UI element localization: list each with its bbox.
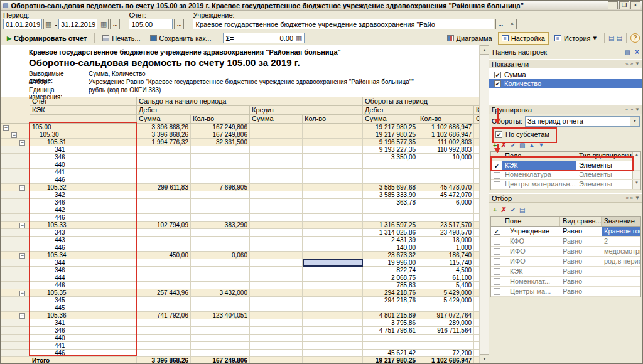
tree-gutter-cell[interactable]: − <box>1 312 30 319</box>
filter-comparison[interactable]: Равно <box>560 257 602 266</box>
data-cell[interactable]: 741 792,06 <box>137 312 191 319</box>
account-cell[interactable]: 446 <box>30 176 137 184</box>
data-cell[interactable]: 72,200 <box>418 350 474 357</box>
data-cell[interactable]: 1,000 <box>418 244 474 252</box>
data-cell[interactable]: 257 443,96 <box>137 289 191 297</box>
data-cell[interactable] <box>250 124 303 131</box>
grouping-col-field[interactable]: Поле <box>502 152 576 161</box>
data-cell[interactable] <box>418 169 474 176</box>
data-cell[interactable] <box>191 297 250 304</box>
data-cell[interactable] <box>137 237 191 244</box>
col-header-turnover[interactable]: Обороты за период <box>363 97 480 106</box>
data-cell[interactable]: 1 102 686,947 <box>418 357 474 364</box>
data-cell[interactable]: 123 404,051 <box>191 312 250 319</box>
account-cell[interactable]: Итого <box>30 357 137 364</box>
account-cell[interactable]: 446 <box>30 350 137 357</box>
account-cell[interactable]: 445 <box>30 304 137 312</box>
data-cell[interactable] <box>137 214 191 222</box>
data-cell[interactable] <box>250 191 303 199</box>
data-cell[interactable]: 299 611,83 <box>137 184 191 191</box>
institution-input[interactable]: Краевое государственное бюджетное учрежд… <box>193 19 494 29</box>
data-cell[interactable] <box>137 335 191 342</box>
checkbox[interactable] <box>494 181 500 188</box>
account-cell[interactable]: 440 <box>30 335 137 342</box>
grouping-row[interactable]: Центры материальн...Элементы▼ <box>491 180 640 190</box>
account-cell[interactable]: 345 <box>30 297 137 304</box>
data-cell[interactable] <box>137 191 191 199</box>
data-cell[interactable]: 111 002,803 <box>418 139 474 146</box>
account-cell[interactable]: 441 <box>30 342 137 350</box>
data-cell[interactable]: 3 396 868,26 <box>137 357 191 364</box>
data-cell[interactable]: 294 218,76 <box>363 289 418 297</box>
col-header-sum[interactable]: Сумма <box>363 115 418 124</box>
col-header-account[interactable]: Счет <box>30 97 137 106</box>
account-input[interactable]: 105.00 <box>129 19 173 29</box>
data-cell[interactable] <box>363 342 418 350</box>
data-cell[interactable]: 19 217 980,25 <box>363 124 418 131</box>
close-button[interactable]: × <box>630 1 640 9</box>
checkbox[interactable]: ✔ <box>494 163 500 169</box>
indicator-item[interactable]: ✔Количество <box>489 79 642 88</box>
data-cell[interactable]: 45 472,070 <box>418 191 474 199</box>
data-cell[interactable] <box>137 229 191 237</box>
data-cell[interactable] <box>137 297 191 304</box>
copy-icon[interactable]: ▤ <box>519 142 525 149</box>
restore-button[interactable]: ❒ <box>619 1 629 9</box>
turnovers-dropdown[interactable]: За период отчета ▼ <box>525 116 640 127</box>
minimize-button[interactable]: _ <box>608 1 618 9</box>
filter-comparison[interactable]: Равно <box>560 227 602 236</box>
data-cell[interactable] <box>303 357 363 364</box>
data-cell[interactable] <box>250 184 303 191</box>
collapse-down-icon[interactable]: ▼ <box>635 61 640 67</box>
account-cell[interactable]: 346 <box>30 327 137 335</box>
data-cell[interactable] <box>191 244 250 252</box>
data-cell[interactable]: 32 331,500 <box>191 139 250 146</box>
report-settings-icon[interactable]: ▤ <box>608 35 614 41</box>
data-cell[interactable]: 45 478,070 <box>418 184 474 191</box>
data-cell[interactable] <box>137 342 191 350</box>
account-cell[interactable]: 105.35 <box>30 289 137 297</box>
report-save-settings-icon[interactable]: ▤ <box>617 35 622 41</box>
calculator-icon[interactable]: ▦ <box>296 34 302 42</box>
col-header-kek[interactable]: КЭК <box>30 106 137 115</box>
data-cell[interactable] <box>418 176 474 184</box>
data-cell[interactable] <box>250 350 303 357</box>
data-cell[interactable] <box>191 154 250 161</box>
account-cell[interactable]: 105.32 <box>30 184 137 191</box>
filter-row[interactable]: КЭКРавно <box>491 267 640 277</box>
apply-icon[interactable]: ✔ <box>511 206 516 213</box>
move-down-icon[interactable]: ▼ <box>538 142 544 148</box>
data-cell[interactable]: 7 698,905 <box>191 184 250 191</box>
filter-row[interactable]: Номенклат...Равно <box>491 277 640 287</box>
data-cell[interactable] <box>137 244 191 252</box>
collapse-right-icon[interactable]: » <box>630 107 633 112</box>
filter-field[interactable]: Номенклат... <box>502 277 560 286</box>
report-vertical-scrollbar[interactable]: ▲ ▼ <box>479 45 489 363</box>
data-cell[interactable] <box>363 176 418 184</box>
checkbox[interactable] <box>494 288 500 295</box>
tree-gutter-cell[interactable]: − <box>1 124 30 131</box>
data-cell[interactable] <box>363 304 418 312</box>
data-cell[interactable]: 23 498,570 <box>418 229 474 237</box>
data-cell[interactable] <box>191 199 250 206</box>
data-cell[interactable] <box>191 274 250 282</box>
data-cell[interactable] <box>363 169 418 176</box>
data-cell[interactable] <box>250 139 303 146</box>
data-cell[interactable] <box>191 191 250 199</box>
data-cell[interactable] <box>303 342 363 350</box>
grouping-type[interactable]: Элементы <box>576 171 632 179</box>
data-cell[interactable] <box>191 282 250 289</box>
data-cell[interactable] <box>250 214 303 222</box>
scroll-up-icon[interactable]: ▲ <box>480 45 489 55</box>
account-cell[interactable]: 105.36 <box>30 312 137 319</box>
filter-field[interactable]: Центры ма... <box>502 287 560 296</box>
data-cell[interactable] <box>303 312 363 319</box>
data-cell[interactable] <box>418 335 474 342</box>
data-cell[interactable] <box>418 304 474 312</box>
collapse-right-icon[interactable]: » <box>630 195 633 201</box>
data-cell[interactable] <box>137 176 191 184</box>
data-cell[interactable] <box>191 327 250 335</box>
data-cell[interactable]: 1 316 597,25 <box>363 222 418 229</box>
data-cell[interactable] <box>303 282 363 289</box>
account-cell[interactable]: 343 <box>30 229 137 237</box>
